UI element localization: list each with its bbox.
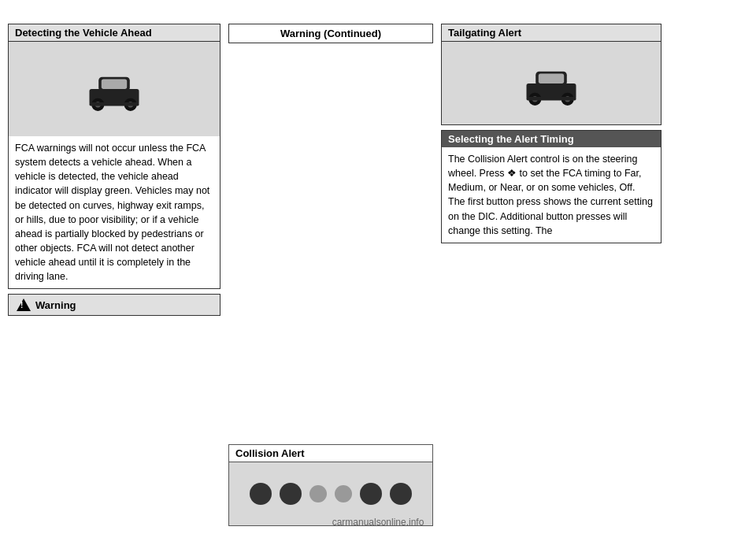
detecting-vehicle-section: Detecting the Vehicle Ahead [8, 24, 220, 289]
svg-rect-15 [527, 97, 576, 101]
warning-triangle-icon [17, 299, 31, 311]
dot-2 [280, 483, 302, 505]
collision-alert-header: Collision Alert [229, 445, 432, 462]
collision-dots-area [229, 462, 432, 525]
left-column: Detecting the Vehicle Ahead [8, 24, 220, 526]
tailgating-image-area [442, 42, 661, 124]
alert-timing-box: Selecting the Alert Timing The Collision… [441, 130, 662, 243]
dot-6 [390, 483, 412, 505]
dot-5 [360, 483, 382, 505]
collision-alert-box: Collision Alert [228, 444, 433, 526]
watermark: carmanualsonline.info [332, 517, 424, 528]
car-icon [79, 61, 150, 117]
detecting-vehicle-header: Detecting the Vehicle Ahead [9, 24, 220, 42]
svg-rect-2 [102, 79, 127, 89]
dot-3 [309, 485, 327, 502]
svg-rect-7 [90, 102, 139, 106]
tailgating-header: Tailgating Alert [442, 24, 661, 42]
middle-column: Warning (Continued) Collision Alert [228, 24, 433, 526]
warning-label: Warning [35, 299, 76, 311]
alert-timing-text: The Collision Alert control is on the st… [442, 147, 661, 243]
page-container: Detecting the Vehicle Ahead [0, 0, 756, 534]
blank-space [228, 48, 433, 439]
dot-4 [335, 485, 352, 502]
svg-rect-10 [539, 73, 564, 83]
right-column: Tailgating Alert Selectin [441, 24, 662, 526]
warning-bar: Warning [8, 294, 220, 316]
vehicle-image-area [9, 42, 220, 136]
detecting-vehicle-description: FCA warnings will not occur unless the F… [9, 136, 220, 288]
warning-continued-header: Warning (Continued) [228, 24, 433, 43]
tailgating-car-icon [516, 56, 587, 111]
dot-1 [250, 483, 272, 505]
alert-timing-header: Selecting the Alert Timing [442, 131, 661, 147]
tailgating-box: Tailgating Alert [441, 24, 662, 125]
